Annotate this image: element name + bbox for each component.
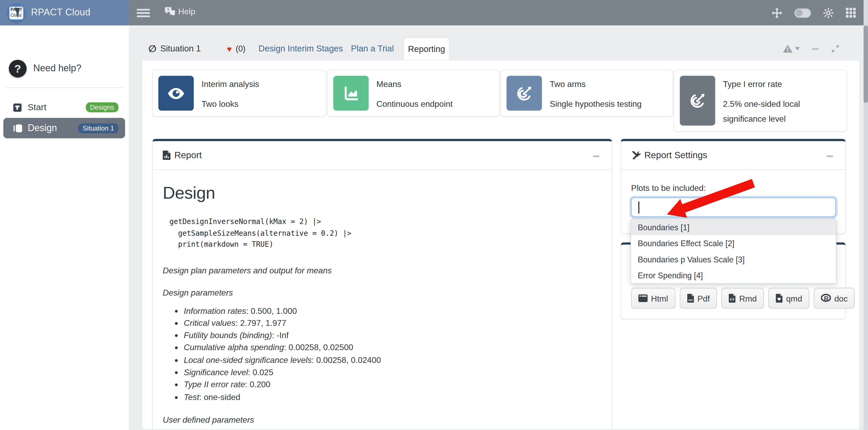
file-code-icon xyxy=(729,294,736,303)
scrollbar-thumb[interactable] xyxy=(864,25,868,103)
report-card-title: Report xyxy=(175,150,202,160)
dropdown-option-boundaries-p-values[interactable]: Boundaries p Values Scale [3] xyxy=(631,251,836,267)
heart-icon[interactable]: ♥ xyxy=(227,44,232,53)
collapse-report-button[interactable] xyxy=(593,156,599,157)
grid-apps-icon[interactable] xyxy=(846,8,856,18)
card-subtitle: 2.5% one-sided local significance level xyxy=(723,96,842,126)
warnings-dropdown[interactable] xyxy=(783,44,800,53)
collapse-panel-button[interactable] xyxy=(812,48,818,49)
dropdown-option-boundaries[interactable]: Boundaries [1] xyxy=(631,219,836,235)
file-pdf-icon: PDF xyxy=(687,294,694,303)
card-title: Means xyxy=(376,79,401,89)
tab-reporting[interactable]: Reporting xyxy=(404,38,450,60)
sidebar-item-label: Design xyxy=(28,123,57,133)
reporting-panel: Interim analysis Two looks Means Continu… xyxy=(142,60,860,430)
export-qmd-button[interactable]: qmd xyxy=(769,288,809,309)
card-subtitle: Continuous endpoint xyxy=(376,96,453,111)
screwdriver-wrench-icon xyxy=(631,151,641,160)
theme-sun-icon[interactable] xyxy=(823,7,834,18)
parameter-item: Cumulative alpha spending0.00258, 0.0250… xyxy=(184,341,602,354)
design-parameters-list: Information rates0.500, 1.000 Critical v… xyxy=(163,305,602,403)
parameter-item: Significance level0.025 xyxy=(184,366,602,378)
parameter-item: Information rates0.500, 1.000 xyxy=(184,305,602,317)
info-card-interim-analysis: Interim analysis Two looks xyxy=(152,70,326,117)
report-section-user-defined: User defined parameters xyxy=(163,415,602,424)
heart-count: (0) xyxy=(236,44,246,53)
rpact-logo-icon: PACT Cloud xyxy=(7,4,26,22)
r-logo-icon: R xyxy=(821,294,831,303)
report-heading: Design xyxy=(163,184,602,203)
parameter-item: Futility bounds (binding)-Inf xyxy=(184,329,602,341)
main-content: ∅ Situation 1 ♥ (0) Design Interim Stage… xyxy=(129,25,868,430)
export-doc-button[interactable]: R doc xyxy=(814,288,855,309)
plots-select-input[interactable] xyxy=(631,198,836,217)
report-body: Design getDesignInverseNormal(kMax = 2) … xyxy=(163,169,602,424)
sidebar-divider xyxy=(5,88,123,88)
question-mark-icon: ? xyxy=(9,60,27,77)
svg-text:R: R xyxy=(824,295,829,302)
fullscreen-arrows-icon[interactable] xyxy=(772,7,782,18)
flipboard-icon xyxy=(13,103,22,111)
chat-question-icon: ? xyxy=(164,6,175,16)
situation-tab-label[interactable]: Situation 1 xyxy=(160,43,201,54)
top-bar: PACT Cloud RPACT Cloud ? Help xyxy=(0,0,868,25)
rpact-cloud-app: PACT Cloud RPACT Cloud ? Help xyxy=(0,0,868,430)
svg-text:PDF: PDF xyxy=(688,299,693,302)
empty-set-icon: ∅ xyxy=(148,43,156,54)
card-title: Interim analysis xyxy=(202,79,259,89)
sidebar: ? Need help? Start Designs Design Situat… xyxy=(0,25,129,430)
sidebar-item-design[interactable]: Design Situation 1 xyxy=(3,118,125,138)
need-help-label: Need help? xyxy=(33,63,81,74)
sidebar-item-start[interactable]: Start Designs xyxy=(3,98,125,116)
app-title: RPACT Cloud xyxy=(31,7,91,18)
area-chart-icon xyxy=(333,76,369,111)
caret-down-icon xyxy=(795,47,800,51)
dropdown-option-error-spending[interactable]: Error Spending [4] xyxy=(631,267,836,283)
svg-text:?: ? xyxy=(167,7,169,12)
export-rmd-button[interactable]: Rmd xyxy=(721,288,764,309)
sidebar-item-label: Start xyxy=(28,102,46,112)
dropdown-option-boundaries-effect-scale[interactable]: Boundaries Effect Scale [2] xyxy=(631,235,836,251)
situation-badge: Situation 1 xyxy=(78,123,118,133)
card-subtitle: Two looks xyxy=(202,96,238,111)
file-chart-icon xyxy=(163,151,170,160)
design-kanban-icon xyxy=(13,124,22,133)
tab-plan-a-trial[interactable]: Plan a Trial xyxy=(351,38,394,60)
parameter-item: Critical values2.797, 1.977 xyxy=(184,317,602,329)
export-html-button[interactable]: Html xyxy=(631,288,675,309)
report-card-header: Report xyxy=(153,141,612,170)
tab-design-interim-stages[interactable]: Design Interim Stages xyxy=(258,38,343,60)
scrollbar[interactable] xyxy=(864,0,868,430)
export-pdf-button[interactable]: PDF Pdf xyxy=(680,288,717,309)
expand-diagonal-icon[interactable] xyxy=(831,44,840,53)
report-card: Report Design getDesignInverseNormal(kMa… xyxy=(152,139,612,430)
eye-icon xyxy=(158,76,194,111)
designs-badge: Designs xyxy=(86,102,119,112)
warning-triangle-icon xyxy=(783,44,793,53)
bullseye-arrow-icon xyxy=(680,76,715,126)
info-card-two-arms: Two arms Single hypothesis testing xyxy=(500,70,673,117)
report-settings-header: Report Settings xyxy=(621,141,845,170)
help-menu[interactable]: ? Help xyxy=(164,6,195,16)
collapse-settings-button[interactable] xyxy=(827,156,833,157)
window-icon xyxy=(639,294,648,302)
plots-label: Plots to be included: xyxy=(631,183,706,192)
r-code-block: getDesignInverseNormal(kMax = 2) |> getS… xyxy=(169,217,601,251)
plots-dropdown: Boundaries [1] Boundaries Effect Scale [… xyxy=(630,219,836,284)
dark-mode-toggle[interactable] xyxy=(794,8,811,18)
file-heart-icon xyxy=(776,294,783,303)
report-section-design-parameters: Design parameters xyxy=(163,288,602,297)
bullseye-arrow-icon xyxy=(506,76,542,111)
export-buttons-row: Html PDF Pdf xyxy=(631,288,855,309)
text-cursor xyxy=(639,201,639,213)
tab-bar: ∅ Situation 1 ♥ (0) Design Interim Stage… xyxy=(142,38,860,60)
report-intro: Design plan parameters and output for me… xyxy=(163,265,602,275)
sidebar-toggle-hamburger-icon[interactable] xyxy=(136,7,150,18)
help-label: Help xyxy=(178,6,195,16)
report-settings-title: Report Settings xyxy=(644,150,707,160)
card-subtitle: Single hypothesis testing xyxy=(550,96,642,111)
sidebar-need-help[interactable]: ? Need help? xyxy=(9,60,82,77)
info-card-type-i-error: Type I error rate 2.5% one-sided local s… xyxy=(674,70,847,132)
card-title: Two arms xyxy=(550,79,586,89)
card-title: Type I error rate xyxy=(723,79,782,89)
